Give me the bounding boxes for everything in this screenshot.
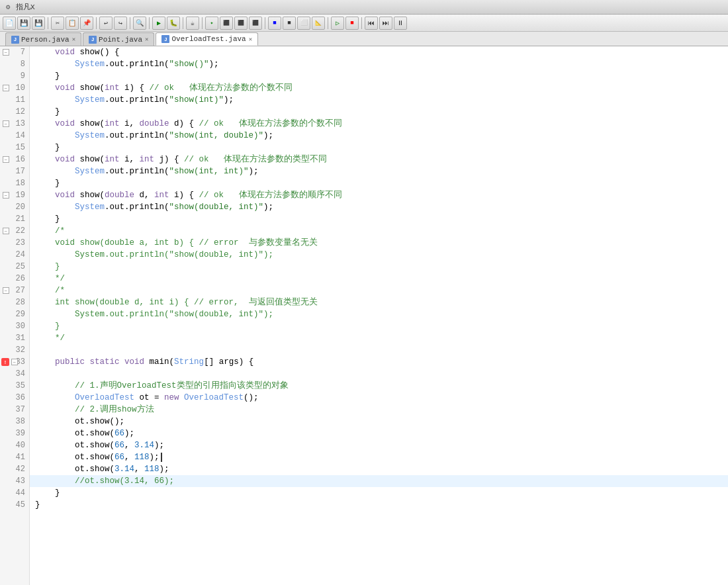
toolbar-paste[interactable]: 📌 <box>80 17 93 30</box>
code-line-44: } <box>30 487 728 499</box>
error-33: ! <box>1 358 9 366</box>
code-line-23: void show(double a, int b) { // error 与参… <box>30 237 728 249</box>
toolbar: 📄 💾 💾 ✂ 📋 📌 ↩ ↪ 🔍 ▶ 🐛 ☕ ✦ ⬛ ⬛ ⬛ ■ ■ ⬜ 📐 … <box>0 15 728 32</box>
collapse-7[interactable]: − <box>3 49 9 56</box>
line-num-43: 43 <box>0 475 29 487</box>
collapse-22[interactable]: − <box>3 228 9 234</box>
line-num-7: − 7 <box>0 46 29 58</box>
tab-label-person: Person.java <box>21 36 69 44</box>
code-line-36: OverloadTest ot = new OverloadTest(); <box>30 392 728 404</box>
tab-close-point[interactable]: ✕ <box>145 36 148 43</box>
toolbar-save-all[interactable]: 💾 <box>32 17 45 30</box>
code-line-20: System.out.println("show(double, int)"); <box>30 201 728 213</box>
toolbar-debug[interactable]: 🐛 <box>167 17 180 30</box>
collapse-10[interactable]: − <box>3 85 9 91</box>
line-num-13: − 13 <box>0 118 29 130</box>
code-container[interactable]: − 7 8 9 − 10 11 12 − 13 14 15 − 16 17 18 <box>0 46 728 585</box>
toolbar-btn13[interactable]: ⏸ <box>394 17 407 30</box>
line-num-25: 25 <box>0 261 29 273</box>
code-line-8: System.out.println("show()"); <box>30 58 728 70</box>
line-num-35: 35 <box>0 380 29 392</box>
toolbar-search[interactable]: 🔍 <box>133 17 146 30</box>
code-line-16: void show(int i, int j) { // ok 体现在方法参数的… <box>30 154 728 165</box>
line-num-20: 20 <box>0 201 29 213</box>
code-line-21: } <box>30 213 728 225</box>
code-line-45: } <box>30 499 728 511</box>
line-num-30: 30 <box>0 320 29 332</box>
line-num-37: 37 <box>0 404 29 416</box>
line-num-31: 31 <box>0 332 29 344</box>
toolbar-btn2[interactable]: ⬛ <box>220 17 233 30</box>
code-line-28: int show(double d, int i) { // error, 与返… <box>30 296 728 308</box>
code-line-35: // 1.声明OverloadTest类型的引用指向该类型的对象 <box>30 380 728 392</box>
toolbar-java[interactable]: ☕ <box>186 17 199 30</box>
line-num-42: 42 <box>0 463 29 475</box>
line-num-14: 14 <box>0 130 29 142</box>
toolbar-copy[interactable]: 📋 <box>66 17 79 30</box>
editor-area: − 7 8 9 − 10 11 12 − 13 14 15 − 16 17 18 <box>0 46 728 585</box>
line-num-38: 38 <box>0 416 29 428</box>
line-num-23: 23 <box>0 237 29 249</box>
toolbar-undo[interactable]: ↩ <box>99 17 113 30</box>
toolbar-save[interactable]: 💾 <box>17 17 30 30</box>
tab-overloadtest-java[interactable]: J OverloadTest.java ✕ <box>156 32 258 46</box>
toolbar-btn5[interactable]: ■ <box>268 17 281 30</box>
collapse-33[interactable]: − <box>11 359 18 365</box>
toolbar-new[interactable]: 📄 <box>3 17 16 30</box>
toolbar-btn1[interactable]: ✦ <box>205 17 218 30</box>
tab-icon-person: J <box>11 36 19 44</box>
code-line-29: System.out.println("show(double, int)"); <box>30 308 728 320</box>
sep5 <box>183 17 183 29</box>
tab-label-overload: OverloadTest.java <box>171 35 246 43</box>
toolbar-btn4[interactable]: ⬛ <box>249 17 262 30</box>
toolbar-btn10[interactable]: ■ <box>345 17 359 30</box>
toolbar-btn3[interactable]: ⬛ <box>234 17 248 30</box>
code-line-9: } <box>30 70 728 82</box>
toolbar-btn11[interactable]: ⏮ <box>365 17 378 30</box>
tab-icon-overload: J <box>161 35 169 43</box>
code-line-41: ot.show(66, 118); <box>30 451 728 463</box>
tabs-bar: J Person.java ✕ J Point.java ✕ J Overloa… <box>0 32 728 46</box>
line-num-22: − 22 <box>0 225 29 237</box>
line-num-12: 12 <box>0 106 29 118</box>
title-text: 指凡X <box>16 2 35 12</box>
sep3 <box>130 17 130 29</box>
line-num-40: 40 <box>0 439 29 451</box>
toolbar-btn8[interactable]: 📐 <box>312 17 325 30</box>
line-num-19: − 19 <box>0 189 29 201</box>
tab-person-java[interactable]: J Person.java ✕ <box>5 32 81 46</box>
line-num-29: 29 <box>0 308 29 320</box>
line-numbers: − 7 8 9 − 10 11 12 − 13 14 15 − 16 17 18 <box>0 46 30 585</box>
code-line-34 <box>30 368 728 380</box>
line-num-39: 39 <box>0 428 29 439</box>
toolbar-cut[interactable]: ✂ <box>51 17 64 30</box>
code-line-27: /* <box>30 285 728 296</box>
line-num-8: 8 <box>0 58 29 70</box>
tab-close-person[interactable]: ✕ <box>72 36 75 43</box>
line-num-27: − 27 <box>0 285 29 296</box>
line-num-16: − 16 <box>0 154 29 165</box>
toolbar-btn12[interactable]: ⏭ <box>379 17 392 30</box>
line-num-24: 24 <box>0 249 29 261</box>
tab-close-overload[interactable]: ✕ <box>249 36 252 43</box>
code-lines[interactable]: void show() { System.out.println("show()… <box>30 46 728 585</box>
code-line-19: void show(double d, int i) { // ok 体现在方法… <box>30 189 728 201</box>
collapse-16[interactable]: − <box>3 156 9 163</box>
code-line-43: //ot.show(3.14, 66); <box>30 475 728 487</box>
tab-point-java[interactable]: J Point.java ✕ <box>83 32 154 46</box>
line-num-18: 18 <box>0 177 29 189</box>
collapse-27[interactable]: − <box>3 287 9 294</box>
collapse-19[interactable]: − <box>3 192 9 199</box>
code-line-42: ot.show(3.14, 118); <box>30 463 728 475</box>
code-line-38: ot.show(); <box>30 416 728 428</box>
collapse-13[interactable]: − <box>3 120 9 127</box>
toolbar-btn7[interactable]: ⬜ <box>297 17 310 30</box>
line-num-21: 21 <box>0 213 29 225</box>
toolbar-btn9[interactable]: ▷ <box>331 17 344 30</box>
line-num-41: 41 <box>0 451 29 463</box>
code-line-24: System.out.println("show(double, int)"); <box>30 249 728 261</box>
toolbar-redo[interactable]: ↪ <box>114 17 127 30</box>
sep6 <box>202 17 203 29</box>
toolbar-btn6[interactable]: ■ <box>283 17 296 30</box>
toolbar-run[interactable]: ▶ <box>152 17 165 30</box>
